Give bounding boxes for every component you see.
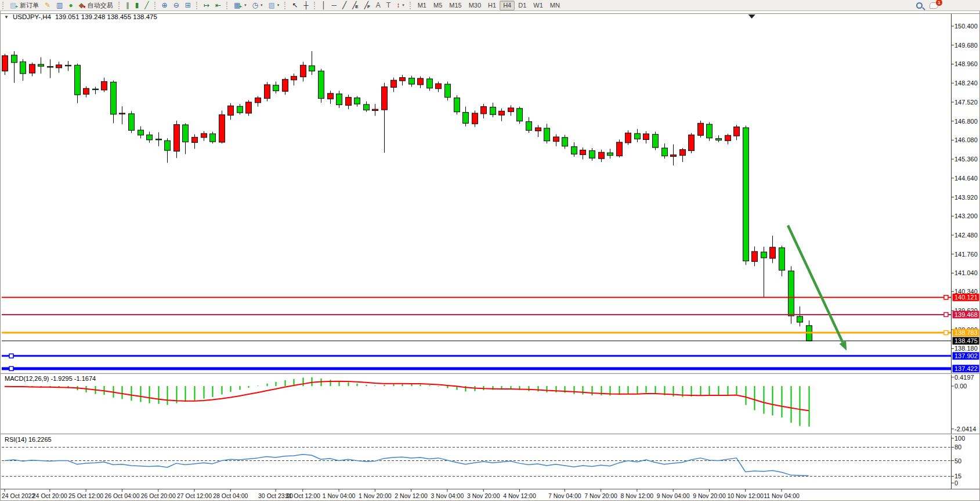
macd-axis-label: 0.00 <box>954 383 967 390</box>
zoom-out-icon: ⊖ <box>173 2 179 9</box>
chart-shift-button[interactable]: ⇤ <box>212 1 224 10</box>
tf-w1-button[interactable]: W1 <box>530 1 547 10</box>
toolbar-grip <box>196 2 198 9</box>
candle-body <box>355 98 360 104</box>
tf-d1-button[interactable]: D1 <box>515 1 530 10</box>
tf-m1-button[interactable]: M1 <box>414 1 430 10</box>
tf-m30-button[interactable]: M30 <box>465 1 484 10</box>
rsi-axis-label: 15 <box>954 473 961 480</box>
candles-icon: ▮ <box>135 2 139 9</box>
candle-body <box>625 133 631 143</box>
macd-axis-label: -2.0414 <box>954 426 976 432</box>
tf-m5-button[interactable]: M5 <box>430 1 446 10</box>
price-axis-label: 144.640 <box>954 175 978 182</box>
toolbar-grip <box>154 2 156 9</box>
signals-icon[interactable]: ● <box>66 1 75 10</box>
pencil-icon: ✎ <box>45 2 50 9</box>
candle-body <box>680 150 686 156</box>
label-button[interactable]: T <box>384 1 393 10</box>
candle-body <box>517 109 523 121</box>
tf-h4-button[interactable]: H4 <box>500 1 515 10</box>
line-handle[interactable] <box>9 366 13 370</box>
time-axis-label: 26 Oct 04:00 <box>104 492 139 499</box>
line-handle[interactable] <box>944 295 948 300</box>
vline-button[interactable]: │ <box>319 1 329 10</box>
toolbar-grip <box>118 2 120 9</box>
hline-button[interactable]: ─ <box>328 1 339 10</box>
candle-body <box>499 111 505 115</box>
candle-body <box>93 89 99 89</box>
rsi-indicator-label: RSI(14) 16.2265 <box>5 436 52 443</box>
candle-body <box>472 113 478 124</box>
candle-body <box>707 124 713 138</box>
toolbar-grip <box>410 2 411 9</box>
search-button[interactable] <box>916 2 923 9</box>
line-chart-button[interactable]: ╱ <box>142 1 151 10</box>
candle-body <box>508 108 514 111</box>
bars-chart-button[interactable]: ∥ <box>123 1 132 10</box>
candle-body <box>761 252 767 258</box>
candle-body <box>418 78 424 85</box>
candles-chart-button[interactable]: ▮ <box>132 1 142 10</box>
candle-body <box>572 147 577 154</box>
candle-body <box>797 316 803 322</box>
candle-body <box>463 113 469 124</box>
macd-axis-label: 0.4197 <box>954 374 974 381</box>
candle-body <box>301 65 306 77</box>
tf-h1-button[interactable]: H1 <box>484 1 500 10</box>
time-axis-label: 9 Nov 20:00 <box>693 492 726 499</box>
hline-badge-label: 139.468 <box>954 311 978 318</box>
time-axis-label: 10 Nov 12:00 <box>728 492 764 499</box>
dropdown-caret-icon: ▾ <box>402 3 404 8</box>
candle-body <box>445 84 451 98</box>
chart-window: ▼ USDJPY-,H4 139.051 139.248 138.455 138… <box>0 11 980 501</box>
candle-body <box>490 107 496 115</box>
vline-icon: │ <box>321 2 326 9</box>
text-button[interactable]: A <box>373 1 384 10</box>
market-watch-icon[interactable]: ▥ <box>53 1 66 10</box>
cursor-icon: ↖ <box>292 2 298 9</box>
tf-m15-button[interactable]: M15 <box>446 1 465 10</box>
collapse-icon[interactable]: ▼ <box>4 15 9 20</box>
tf-m1-button-label: M1 <box>418 2 426 9</box>
indicators-button[interactable]: ▦+▾ <box>231 1 249 10</box>
rsi-axis-label: 50 <box>954 457 961 464</box>
time-axis-label: 27 Oct 12:00 <box>177 492 212 499</box>
cursor-button[interactable]: ↖ <box>289 1 301 10</box>
periods-button[interactable]: ◷▾ <box>249 1 265 10</box>
tf-m30-button-label: M30 <box>469 2 481 9</box>
new-order-button[interactable]: ▤+新订单 <box>7 1 42 10</box>
chat-button[interactable]: 1 <box>930 2 938 9</box>
text-icon: A <box>376 2 381 9</box>
zoom-out-button[interactable]: ⊖ <box>171 1 182 10</box>
candle-body <box>56 65 62 68</box>
chart-canvas[interactable]: 150.400149.680148.960148.240147.520146.8… <box>0 11 980 501</box>
line-handle[interactable] <box>9 354 13 358</box>
tile-windows-button[interactable]: ⊞ <box>182 1 194 10</box>
price-axis-label: 141.040 <box>954 269 978 276</box>
chart-ohlc-values: 139.051 139.248 138.455 138.475 <box>55 13 157 20</box>
candle-body <box>544 128 550 141</box>
templates-button[interactable]: ▧▾ <box>265 1 282 10</box>
trendline-button[interactable]: ╱ <box>339 1 349 10</box>
macd-indicator-label: MACD(12,26,9) -1.9295 -1.1674 <box>5 375 96 382</box>
candle-body <box>237 106 243 113</box>
line-handle[interactable] <box>944 331 948 335</box>
auto-scroll-button[interactable]: ↦ <box>201 1 212 10</box>
hline-badge-label: 140.121 <box>954 294 978 301</box>
candle-body <box>174 125 180 152</box>
candle-body <box>400 78 406 81</box>
channel-button[interactable]: ╱E <box>349 1 361 10</box>
candle-body <box>635 134 641 139</box>
line-handle[interactable] <box>944 312 948 316</box>
fibonacci-button[interactable]: ╱F <box>361 1 373 10</box>
algo-trading-button[interactable]: ◆●自动交易 <box>76 1 116 10</box>
styler-icon[interactable]: ✎ <box>42 1 53 10</box>
linechart-icon: ╱ <box>144 2 149 9</box>
zoom-in-button[interactable]: ⊕ <box>159 1 171 10</box>
tf-w1-button-label: W1 <box>533 2 543 9</box>
tf-mn-button[interactable]: MN <box>547 1 563 10</box>
crosshair-button[interactable]: ┼ <box>301 1 312 10</box>
arrows-button[interactable]: ↕▾ <box>393 1 407 10</box>
rsi-axis-label: 0 <box>954 480 958 486</box>
